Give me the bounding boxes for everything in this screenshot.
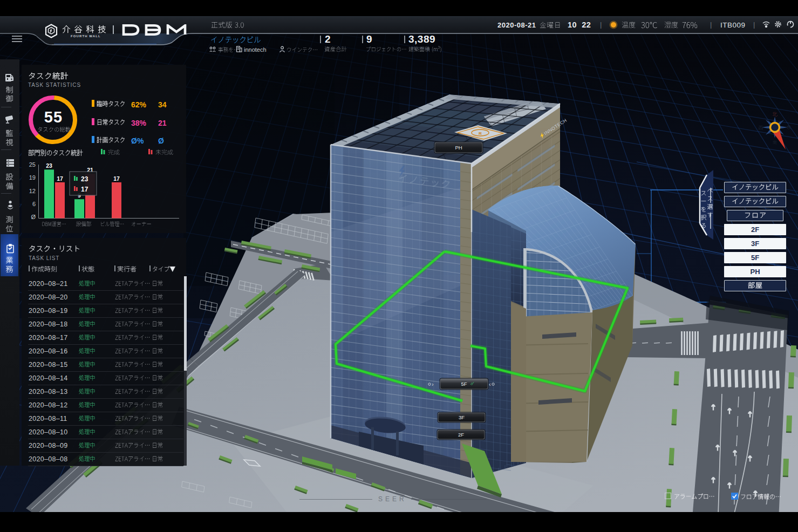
svg-text:6: 6 <box>32 201 36 207</box>
svg-text:17: 17 <box>57 175 63 182</box>
svg-text:PH: PH <box>455 145 462 151</box>
svg-text:12: 12 <box>29 188 36 194</box>
svg-text:5F: 5F <box>461 381 467 387</box>
svg-text:25: 25 <box>29 161 36 168</box>
svg-text:2F: 2F <box>458 432 464 438</box>
svg-text:17: 17 <box>113 175 120 182</box>
svg-text:›: › <box>432 381 434 387</box>
svg-text:23: 23 <box>46 162 52 169</box>
svg-text:17: 17 <box>81 186 88 193</box>
svg-text:Ø: Ø <box>31 214 36 220</box>
svg-text:23: 23 <box>81 175 88 183</box>
svg-text:3F: 3F <box>459 414 465 420</box>
svg-text:19: 19 <box>29 174 36 181</box>
svg-text:‹: ‹ <box>489 381 491 387</box>
svg-text:R: R <box>479 131 482 136</box>
